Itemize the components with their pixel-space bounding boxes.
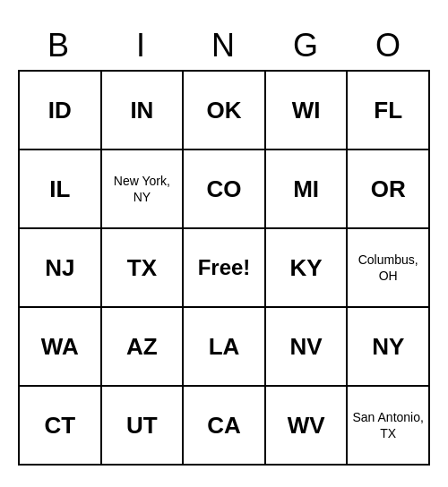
cell-r4-c1: UT xyxy=(102,387,185,466)
cell-r0-c0: ID xyxy=(20,72,102,150)
bingo-grid: IDINOKWIFLILNew York, NYCOMIORNJTXFree!K… xyxy=(18,70,430,466)
cell-r4-c4: San Antonio, TX xyxy=(348,387,430,466)
bingo-card: BINGO IDINOKWIFLILNew York, NYCOMIORNJTX… xyxy=(18,21,430,466)
cell-r1-c0: IL xyxy=(20,150,102,229)
cell-r4-c0: CT xyxy=(20,387,102,466)
cell-r0-c4: FL xyxy=(348,72,430,150)
cell-r1-c2: CO xyxy=(184,150,266,229)
cell-r3-c0: WA xyxy=(20,308,102,387)
cell-r2-c0: NJ xyxy=(20,229,102,308)
cell-r1-c3: MI xyxy=(266,150,349,229)
header-letter: N xyxy=(183,21,265,70)
cell-r0-c1: IN xyxy=(102,72,185,150)
cell-r2-c2: Free! xyxy=(184,229,266,308)
cell-r3-c4: NY xyxy=(348,308,430,387)
cell-r4-c2: CA xyxy=(184,387,266,466)
cell-r1-c4: OR xyxy=(348,150,430,229)
cell-r3-c1: AZ xyxy=(102,308,185,387)
cell-r2-c4: Columbus, OH xyxy=(348,229,430,308)
header-letter: O xyxy=(348,21,430,70)
cell-r3-c2: LA xyxy=(184,308,266,387)
cell-r3-c3: NV xyxy=(266,308,349,387)
cell-r2-c1: TX xyxy=(102,229,185,308)
cell-r0-c2: OK xyxy=(184,72,266,150)
cell-r2-c3: KY xyxy=(266,229,349,308)
cell-r0-c3: WI xyxy=(266,72,349,150)
header-letter: I xyxy=(100,21,183,70)
cell-r1-c1: New York, NY xyxy=(102,150,185,229)
cell-r4-c3: WV xyxy=(266,387,349,466)
bingo-header: BINGO xyxy=(18,21,430,70)
header-letter: G xyxy=(265,21,348,70)
header-letter: B xyxy=(18,21,100,70)
